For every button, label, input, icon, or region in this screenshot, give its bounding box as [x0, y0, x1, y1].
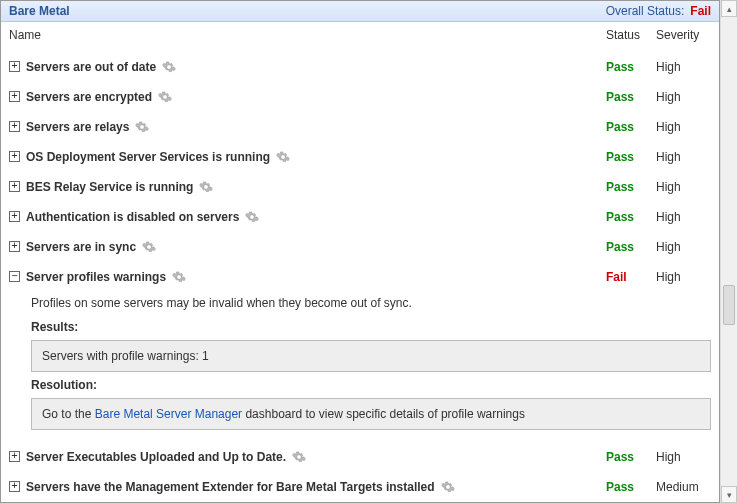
check-label: Servers are encrypted [26, 90, 606, 104]
overall-status-value: Fail [690, 4, 711, 18]
check-severity: High [656, 150, 711, 164]
check-label: OS Deployment Server Services is running [26, 150, 606, 164]
panel-title: Bare Metal [9, 4, 606, 18]
expand-toggle[interactable]: + [9, 181, 20, 192]
expand-toggle[interactable]: + [9, 211, 20, 222]
check-status: Pass [606, 210, 656, 224]
gear-icon[interactable] [441, 480, 455, 494]
resolution-suffix: dashboard to view specific details of pr… [242, 407, 525, 421]
check-row: + Servers are relays Pass High [1, 112, 719, 142]
gear-icon[interactable] [292, 450, 306, 464]
scroll-up-button[interactable]: ▴ [721, 0, 737, 17]
health-check-panel: Bare Metal Overall Status: Fail Name Sta… [0, 0, 720, 503]
title-bar: Bare Metal Overall Status: Fail [1, 1, 719, 22]
gear-icon[interactable] [276, 150, 290, 164]
col-name-header: Name [9, 28, 606, 42]
expand-toggle[interactable]: + [9, 481, 20, 492]
expand-toggle[interactable]: + [9, 151, 20, 162]
details-description: Profiles on some servers may be invalid … [31, 296, 711, 310]
check-label: Authentication is disabled on servers [26, 210, 606, 224]
check-row: + Servers are in sync Pass High [1, 232, 719, 262]
check-severity: High [656, 210, 711, 224]
check-label: Servers are relays [26, 120, 606, 134]
expand-toggle[interactable]: + [9, 61, 20, 72]
column-headers: Name Status Severity [1, 22, 719, 52]
check-label: Servers are out of date [26, 60, 606, 74]
check-severity: High [656, 180, 711, 194]
expand-toggle[interactable]: + [9, 241, 20, 252]
check-label: Server Executables Uploaded and Up to Da… [26, 450, 606, 464]
check-row: + BES Relay Service is running Pass High [1, 172, 719, 202]
gear-icon[interactable] [135, 120, 149, 134]
check-row: + Servers are out of date Pass High [1, 52, 719, 82]
check-row: + Authentication is disabled on servers … [1, 202, 719, 232]
scroll-track[interactable] [721, 17, 737, 486]
check-status: Fail [606, 270, 656, 284]
gear-icon[interactable] [199, 180, 213, 194]
check-row: + Server Executables Uploaded and Up to … [1, 442, 719, 472]
check-severity: High [656, 270, 711, 284]
col-status-header: Status [606, 28, 656, 42]
check-row: + Servers are encrypted Pass High [1, 82, 719, 112]
check-status: Pass [606, 150, 656, 164]
resolution-prefix: Go to the [42, 407, 95, 421]
check-label: Servers have the Management Extender for… [26, 480, 606, 494]
check-label: Servers are in sync [26, 240, 606, 254]
check-label: Server profiles warnings [26, 270, 606, 284]
check-status: Pass [606, 450, 656, 464]
gear-icon[interactable] [142, 240, 156, 254]
check-severity: Medium [656, 480, 711, 494]
check-status: Pass [606, 120, 656, 134]
scroll-thumb[interactable] [723, 285, 735, 325]
gear-icon[interactable] [172, 270, 186, 284]
check-severity: High [656, 90, 711, 104]
vertical-scrollbar[interactable]: ▴ ▾ [720, 0, 737, 503]
check-severity: High [656, 120, 711, 134]
check-status: Pass [606, 480, 656, 494]
expand-toggle[interactable]: + [9, 451, 20, 462]
results-label: Results: [31, 320, 711, 334]
gear-icon[interactable] [158, 90, 172, 104]
check-status: Pass [606, 60, 656, 74]
gear-icon[interactable] [245, 210, 259, 224]
check-severity: High [656, 240, 711, 254]
resolution-label: Resolution: [31, 378, 711, 392]
results-box: Servers with profile warnings: 1 [31, 340, 711, 372]
check-row: + OS Deployment Server Services is runni… [1, 142, 719, 172]
expand-toggle[interactable]: − [9, 271, 20, 282]
check-severity: High [656, 60, 711, 74]
resolution-box: Go to the Bare Metal Server Manager dash… [31, 398, 711, 430]
gear-icon[interactable] [162, 60, 176, 74]
resolution-link[interactable]: Bare Metal Server Manager [95, 407, 242, 421]
check-status: Pass [606, 180, 656, 194]
check-row: − Server profiles warnings Fail High [1, 262, 719, 292]
check-label: BES Relay Service is running [26, 180, 606, 194]
results-text: Servers with profile warnings: 1 [42, 349, 209, 363]
overall-status-label: Overall Status: [606, 4, 685, 18]
check-row: + Servers have the Management Extender f… [1, 472, 719, 502]
scroll-down-button[interactable]: ▾ [721, 486, 737, 503]
check-details: Profiles on some servers may be invalid … [1, 292, 719, 442]
expand-toggle[interactable]: + [9, 121, 20, 132]
check-status: Pass [606, 90, 656, 104]
col-severity-header: Severity [656, 28, 711, 42]
expand-toggle[interactable]: + [9, 91, 20, 102]
check-status: Pass [606, 240, 656, 254]
check-severity: High [656, 450, 711, 464]
